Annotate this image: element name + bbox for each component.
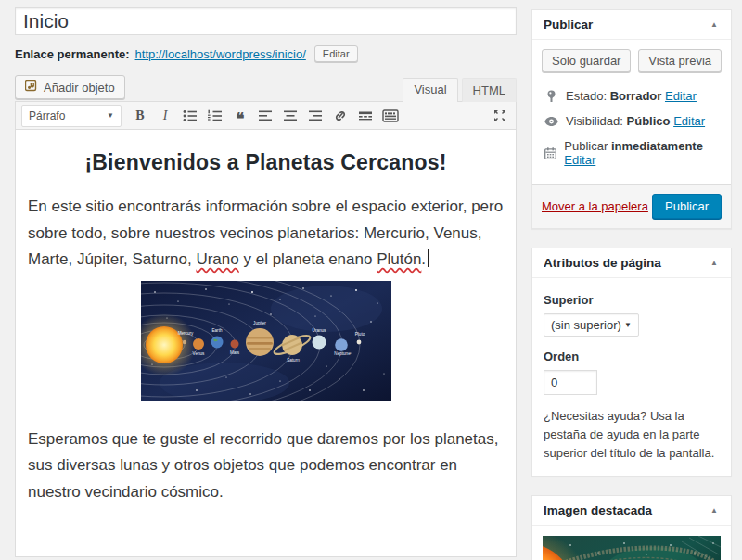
parent-label: Superior [544, 293, 720, 307]
content-paragraph-2: Esperamos que te guste el recorrido que … [28, 426, 504, 506]
featured-image-title: Imagen destacada [544, 503, 652, 517]
visibility-text: Visibilidad: Público Editar [566, 114, 705, 128]
permalink-label: Enlace permanente: [15, 47, 130, 61]
permalink-url[interactable]: http://localhost/wordpress/inicio/ [135, 47, 306, 61]
publish-panel-header[interactable]: Publicar ▲ [532, 10, 731, 40]
schedule-row: Publicar inmediatamente Editar [542, 134, 722, 172]
edit-schedule-link[interactable]: Editar [564, 153, 595, 167]
sidebar: Publicar ▲ Solo guardar Vista previa Est… [531, 9, 732, 560]
featured-image-panel: Imagen destacada ▲ [531, 495, 732, 560]
editor-toolbar: Párrafo ▼ B I ❝ [16, 102, 516, 130]
media-icon [25, 80, 38, 95]
paragraph-format-select[interactable]: Párrafo ▼ [21, 105, 122, 127]
italic-button[interactable]: I [153, 105, 177, 127]
more-tag-button[interactable] [353, 105, 377, 127]
schedule-text: Publicar inmediatamente Editar [564, 139, 720, 167]
publish-panel-body: Solo guardar Vista previa Estado: Borrad… [532, 40, 731, 176]
planet-label: Venus [192, 351, 204, 356]
permalink-edit-button[interactable]: Editar [314, 45, 358, 62]
blockquote-button[interactable]: ❝ [228, 105, 252, 127]
status-row: Estado: Borrador Editar [542, 83, 722, 108]
editor-content[interactable]: ¡Bienvenidos a Planetas Cercanos! En est… [16, 130, 516, 557]
attributes-help-text: ¿Necesitas ayuda? Usa la pestaña de ayud… [544, 407, 720, 463]
collapse-icon[interactable]: ▲ [709, 504, 720, 516]
eye-icon [544, 117, 558, 126]
link-button[interactable] [328, 105, 352, 127]
misspelled-word: Plutón [377, 250, 421, 268]
move-to-trash-link[interactable]: Mover a la papelera [542, 199, 648, 213]
inserted-image-wrap: Mercury Venus Earth Mars Jupiter Saturn … [28, 281, 504, 404]
paragraph-text: . [421, 250, 426, 268]
planet-label: Earth [211, 328, 222, 333]
featured-image-header[interactable]: Imagen destacada ▲ [532, 496, 731, 526]
planet-label: Uranus [312, 328, 326, 333]
align-right-button[interactable] [303, 105, 327, 127]
align-left-button[interactable] [253, 105, 277, 127]
save-draft-button[interactable]: Solo guardar [542, 49, 631, 72]
permalink-row: Enlace permanente: http://localhost/word… [15, 44, 517, 64]
parent-select[interactable]: (sin superior) ▼ [544, 313, 639, 337]
add-media-button[interactable]: Añadir objeto [15, 75, 125, 99]
planet-label: Pluto [354, 332, 365, 337]
calendar-icon [544, 147, 556, 159]
edit-status-link[interactable]: Editar [665, 89, 697, 103]
page-attributes-title: Atributos de página [544, 256, 661, 270]
planet-label: Mercury [177, 331, 193, 336]
status-label: Estado: [566, 89, 607, 103]
featured-image-body: Haz clic en la imagen para editarla o [532, 526, 731, 560]
bold-button[interactable]: B [128, 105, 152, 127]
order-input[interactable] [544, 370, 597, 395]
post-edit-main: Enlace permanente: http://localhost/word… [15, 7, 517, 557]
schedule-value: inmediatamente [611, 139, 703, 153]
planet-label: Jupiter [253, 321, 266, 325]
planet-label: Mars [229, 350, 239, 355]
toolbar-toggle-icon[interactable] [378, 105, 403, 127]
featured-image-thumbnail[interactable] [543, 536, 721, 560]
editor-box: Párrafo ▼ B I ❝ [15, 101, 517, 557]
parent-select-value: (sin superior) [551, 318, 621, 332]
tab-html[interactable]: HTML [462, 78, 517, 102]
collapse-icon[interactable]: ▲ [709, 19, 720, 31]
misspelled-word: Urano [196, 250, 238, 268]
add-media-label: Añadir objeto [44, 81, 115, 95]
page-attributes-panel: Atributos de página ▲ Superior (sin supe… [531, 248, 732, 477]
publish-panel-title: Publicar [544, 18, 593, 32]
collapse-icon[interactable]: ▲ [709, 257, 720, 269]
page-attributes-body: Superior (sin superior) ▼ Orden ¿Necesit… [532, 278, 731, 476]
text-cursor [428, 249, 429, 267]
numbered-list-button[interactable] [203, 105, 227, 127]
publish-button[interactable]: Publicar [652, 194, 722, 219]
page-attributes-header[interactable]: Atributos de página ▲ [532, 248, 731, 278]
planet-label: Neptune [334, 351, 351, 356]
preview-button[interactable]: Vista previa [638, 49, 722, 72]
schedule-label: Publicar [564, 139, 608, 153]
align-center-button[interactable] [278, 105, 302, 127]
bullet-list-button[interactable] [178, 105, 202, 127]
edit-visibility-link[interactable]: Editar [673, 114, 705, 128]
paragraph-format-value: Párrafo [29, 109, 65, 122]
visibility-value: Público [627, 114, 671, 128]
status-value: Borrador [610, 89, 662, 103]
publish-panel: Publicar ▲ Solo guardar Vista previa Est… [531, 9, 732, 229]
editor-mode-tabs: Visual HTML [403, 78, 517, 102]
status-text: Estado: Borrador Editar [566, 89, 697, 103]
content-heading: ¡Bienvenidos a Planetas Cercanos! [28, 150, 504, 175]
tab-visual[interactable]: Visual [403, 78, 457, 102]
pin-icon [544, 90, 558, 103]
visibility-row: Visibilidad: Público Editar [542, 108, 722, 134]
content-paragraph-1: En este sitio encontrarás información so… [28, 194, 504, 274]
chevron-down-icon: ▼ [624, 321, 632, 329]
order-label: Orden [544, 350, 720, 363]
visibility-label: Visibilidad: [566, 114, 623, 128]
chevron-down-icon: ▼ [107, 111, 114, 120]
fullscreen-icon[interactable] [488, 105, 512, 127]
title-input[interactable] [15, 7, 517, 35]
media-tab-row: Añadir objeto Visual HTML [15, 75, 517, 101]
paragraph-text: y el planeta enano [239, 250, 377, 268]
solar-system-image[interactable]: Mercury Venus Earth Mars Jupiter Saturn … [141, 281, 391, 401]
planet-label: Saturn [287, 358, 300, 363]
publish-panel-footer: Mover a la papelera Publicar [532, 184, 731, 228]
